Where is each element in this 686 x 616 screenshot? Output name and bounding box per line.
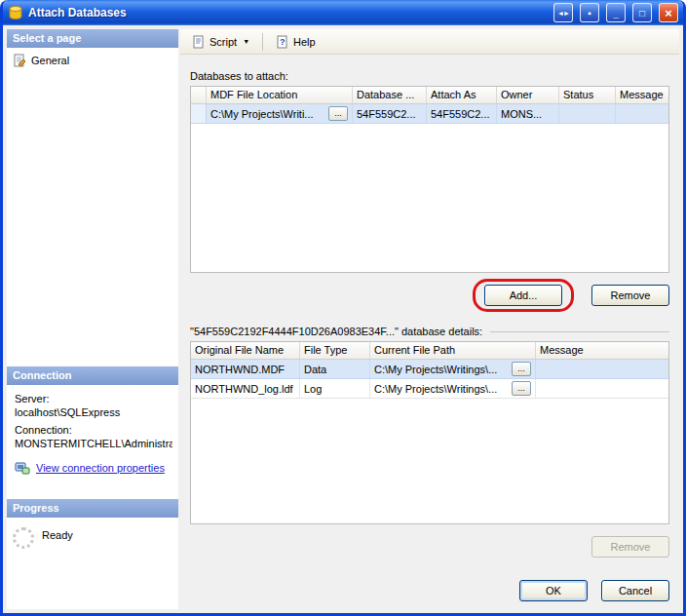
dock-button[interactable]: ◄► [553,3,573,22]
current-file-path-value: C:\My Projects\Writings\... [374,364,497,375]
original-file-name-value: NORTHWND.MDF [191,360,300,378]
progress-spinner-icon [13,527,34,549]
details-grid-row[interactable]: NORTHWND.MDF Data C:\My Projects\Writing… [191,360,668,379]
progress-panel: Ready [7,518,178,609]
title-bar: Attach Databases ◄► ▪ _ □ × [3,0,683,25]
col-attach-as: Attach As [427,87,497,103]
server-label: Server: [15,393,172,404]
view-connection-properties[interactable]: View connection properties [15,461,172,475]
message-value [616,104,668,123]
minimize-button[interactable]: _ [606,3,626,22]
connection-value: MONSTERMITCHELL\Administra [15,438,172,449]
original-file-name-value: NORTHWND_log.ldf [191,379,300,398]
attach-as-value: 54F559C2... [427,104,497,123]
databases-to-attach-label: Databases to attach: [190,70,669,82]
progress-status: Ready [42,529,73,541]
col-database: Database ... [353,87,427,103]
connection-label: Connection: [15,424,172,436]
pages-panel: General [7,48,178,366]
select-a-page-header: Select a page [7,29,178,48]
sidebar-item-label: General [31,55,69,66]
dialog-body: Select a page General Connection Server: [3,25,683,613]
view-connection-properties-link[interactable]: View connection properties [36,462,165,474]
details-separator [490,331,669,332]
attach-grid-header-row: MDF File Location Database ... Attach As… [191,87,668,104]
mdf-file-location-value: C:\My Projects\Writi... [210,108,314,120]
help-button[interactable]: ? Help [270,32,322,52]
col-file-type: File Type [300,342,370,359]
help-icon: ? [276,35,289,49]
maximize-button[interactable]: □ [632,3,652,22]
window-title: Attach Databases [28,6,547,19]
browse-log-path-button[interactable]: ... [512,381,531,396]
remove-button[interactable]: Remove [591,285,669,306]
database-details-row: "54F559C2192F4444F10D26A0983E34F..." dat… [190,326,669,337]
owner-value: MONS... [497,104,559,123]
main-panel: Script ▼ ? Help Databases to attach: [180,29,679,609]
details-grid-header-row: Original File Name File Type Current Fil… [191,342,668,360]
details-grid-row[interactable]: NORTHWND_log.ldf Log C:\My Projects\Writ… [191,379,668,399]
cancel-button[interactable]: Cancel [601,580,669,601]
dialog-buttons-row: OK Cancel [190,580,669,601]
col-message: Message [616,87,668,103]
add-button[interactable]: Add... [484,285,562,306]
row-selector[interactable] [191,104,207,123]
connection-panel: Server: localhost\SQLExpress Connection:… [7,385,178,499]
details-buttons-row: Remove [190,536,669,558]
attach-buttons-row: Add... Remove [190,279,669,312]
browse-mdf-button[interactable]: ... [328,106,348,121]
sidebar: Select a page General Connection Server: [7,29,178,609]
details-message-value [536,360,668,378]
sidebar-item-general[interactable]: General [13,54,172,67]
details-message-value [536,379,668,398]
script-button[interactable]: Script ▼ [186,32,255,52]
databases-to-attach-grid: MDF File Location Database ... Attach As… [190,86,669,273]
main-content: Databases to attach: MDF File Location D… [180,55,679,609]
page-icon [13,54,26,67]
remove-details-button: Remove [591,536,669,558]
file-type-value: Data [300,360,370,378]
script-dropdown-arrow-icon[interactable]: ▼ [243,38,249,45]
col-status: Status [559,87,616,103]
col-owner: Owner [497,87,559,103]
col-mdf-file-location: MDF File Location [207,87,353,103]
connection-properties-icon [15,461,30,475]
col-original-file-name: Original File Name [191,342,300,359]
toolbar-separator [262,33,263,51]
attach-grid-row[interactable]: C:\My Projects\Writi... ... 54F559C2... … [191,104,668,124]
script-icon [192,35,206,49]
database-details-label: "54F559C2192F4444F10D26A0983E34F..." dat… [190,326,482,337]
ok-button[interactable]: OK [519,580,588,601]
server-value: localhost\SQLExpress [15,406,172,418]
svg-text:?: ? [280,37,286,47]
row-selector-header [191,87,207,103]
window-button[interactable]: ▪ [580,3,599,22]
status-value [559,104,616,123]
script-label: Script [210,36,237,48]
current-file-path-value: C:\My Projects\Writings\... [374,383,497,395]
attach-databases-dialog: Attach Databases ◄► ▪ _ □ × Select a pag… [0,0,686,616]
connection-header: Connection [7,366,178,385]
browse-data-path-button[interactable]: ... [512,362,531,376]
help-label: Help [293,36,316,48]
progress-header: Progress [7,499,178,518]
col-current-file-path: Current File Path [370,342,536,359]
col-details-message: Message [536,342,668,359]
database-icon [8,5,23,20]
database-value: 54F559C2... [353,104,427,123]
toolbar: Script ▼ ? Help [180,29,679,55]
file-type-value: Log [300,379,370,398]
close-button[interactable]: × [659,3,678,22]
database-details-grid: Original File Name File Type Current Fil… [190,341,669,524]
